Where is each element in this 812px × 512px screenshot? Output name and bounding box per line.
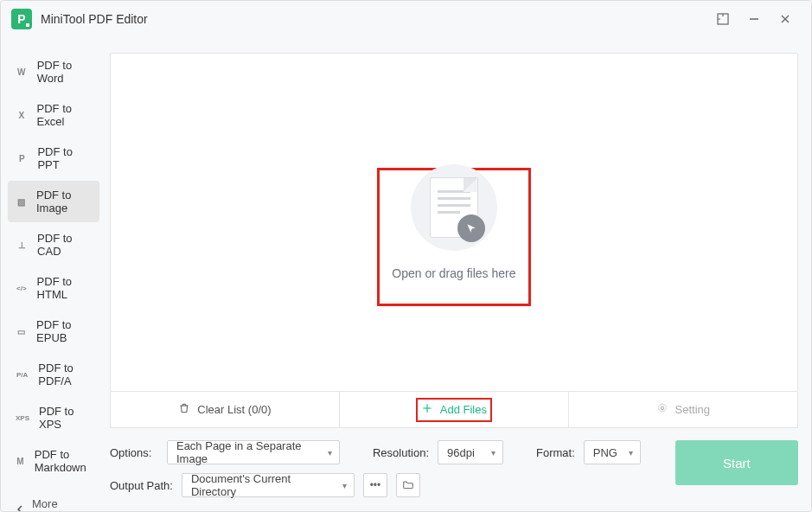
ellipsis-icon: •••: [370, 479, 381, 491]
output-path-value: Document's Current Directory: [191, 472, 331, 498]
sidebar-item-pdf-to-epub[interactable]: ▭ PDF to EPUB: [8, 310, 99, 352]
resolution-label: Resolution:: [373, 446, 429, 459]
sidebar-item-pdf-to-html[interactable]: </> PDF to HTML: [8, 267, 99, 309]
sidebar-item-label: PDF to CAD: [37, 232, 91, 258]
chevron-left-icon: [16, 504, 23, 512]
clear-list-button[interactable]: Clear List (0/0): [111, 392, 339, 427]
highlight-add-files: [416, 398, 492, 422]
open-folder-button[interactable]: [396, 473, 420, 497]
sidebar-item-label: PDF to PPT: [37, 145, 91, 171]
start-button[interactable]: Start: [675, 440, 798, 485]
resolution-select[interactable]: 96dpi ▾: [438, 440, 503, 464]
sidebar-item-pdf-to-image[interactable]: ▨ PDF to Image: [8, 181, 99, 222]
format-label: Format:: [536, 446, 575, 459]
resolution-value: 96dpi: [447, 446, 475, 459]
markdown-icon: M: [16, 455, 24, 467]
pdfa-icon: P/A: [16, 368, 28, 381]
options-value: Each Page in a Separate Image: [176, 439, 316, 465]
action-toolbar: Clear List (0/0) Add Files Setting: [110, 392, 798, 428]
close-button[interactable]: [770, 3, 801, 35]
titlebar: P MiniTool PDF Editor: [1, 1, 811, 37]
clear-list-label: Clear List (0/0): [197, 403, 271, 416]
image-icon: ▨: [16, 195, 26, 208]
sidebar-item-label: PDF to Markdown: [35, 448, 91, 474]
sidebar-item-pdf-to-pdfa[interactable]: P/A PDF to PDF/A: [8, 354, 99, 395]
minimize-button[interactable]: [738, 3, 770, 35]
word-icon: W: [16, 66, 27, 78]
sidebar-item-label: PDF to EPUB: [36, 318, 91, 344]
app-logo-icon: P: [11, 9, 32, 29]
chevron-down-icon: ▾: [328, 448, 332, 458]
sidebar-item-pdf-to-excel[interactable]: X PDF to Excel: [8, 94, 99, 136]
trash-icon: [178, 402, 190, 417]
epub-icon: ▭: [16, 325, 26, 337]
app-window: P MiniTool PDF Editor W PDF to Word X PD…: [0, 0, 812, 512]
sidebar: W PDF to Word X PDF to Excel P PDF to PP…: [1, 37, 106, 511]
options-select[interactable]: Each Page in a Separate Image ▾: [167, 440, 340, 464]
sidebar-item-label: PDF to HTML: [37, 275, 91, 301]
unknown-toolbar-button[interactable]: [707, 3, 738, 35]
sidebar-item-label: PDF to Image: [36, 189, 91, 214]
cursor-icon: [457, 214, 485, 242]
app-title: MiniTool PDF Editor: [41, 12, 148, 26]
setting-button[interactable]: Setting: [568, 392, 797, 427]
ppt-icon: P: [16, 152, 27, 164]
sidebar-item-label: PDF to Word: [37, 59, 91, 85]
cad-icon: ⊥: [16, 239, 27, 251]
chevron-down-icon: ▾: [491, 448, 496, 458]
chevron-down-icon: ▾: [342, 481, 347, 490]
format-select[interactable]: PNG ▾: [584, 440, 641, 464]
add-files-button[interactable]: Add Files: [339, 392, 568, 427]
start-label: Start: [723, 456, 751, 470]
output-path-label: Output Path:: [110, 479, 173, 492]
sidebar-item-pdf-to-ppt[interactable]: P PDF to PPT: [8, 138, 99, 179]
sidebar-item-pdf-to-xps[interactable]: XPS PDF to XPS: [8, 397, 99, 438]
svg-point-6: [661, 406, 664, 410]
sidebar-item-pdf-to-word[interactable]: W PDF to Word: [8, 51, 99, 93]
sidebar-item-pdf-to-markdown[interactable]: M PDF to Markdown: [8, 440, 99, 482]
options-label: Options:: [110, 446, 158, 459]
main-panel: Open or drag files here Clear List (0/0)…: [106, 37, 811, 511]
drop-illustration: [411, 164, 497, 251]
html-icon: </>: [16, 282, 27, 294]
gear-icon: [656, 402, 668, 417]
output-path-select[interactable]: Document's Current Directory ▾: [182, 473, 355, 497]
sidebar-item-label: PDF to Excel: [37, 102, 91, 128]
sidebar-item-label: PDF to XPS: [39, 405, 91, 431]
chevron-down-icon: ▾: [629, 448, 633, 458]
xps-icon: XPS: [16, 412, 29, 424]
browse-path-button[interactable]: •••: [363, 473, 387, 497]
drop-area[interactable]: Open or drag files here: [110, 53, 798, 392]
folder-icon: [402, 479, 414, 492]
sidebar-item-label: PDF to PDF/A: [38, 362, 91, 387]
setting-label: Setting: [675, 403, 710, 416]
excel-icon: X: [16, 109, 27, 121]
format-value: PNG: [593, 446, 617, 459]
sidebar-item-pdf-to-cad[interactable]: ⊥ PDF to CAD: [8, 224, 99, 266]
more-features-label: More Features: [32, 497, 91, 511]
more-features-button[interactable]: More Features: [8, 483, 99, 511]
